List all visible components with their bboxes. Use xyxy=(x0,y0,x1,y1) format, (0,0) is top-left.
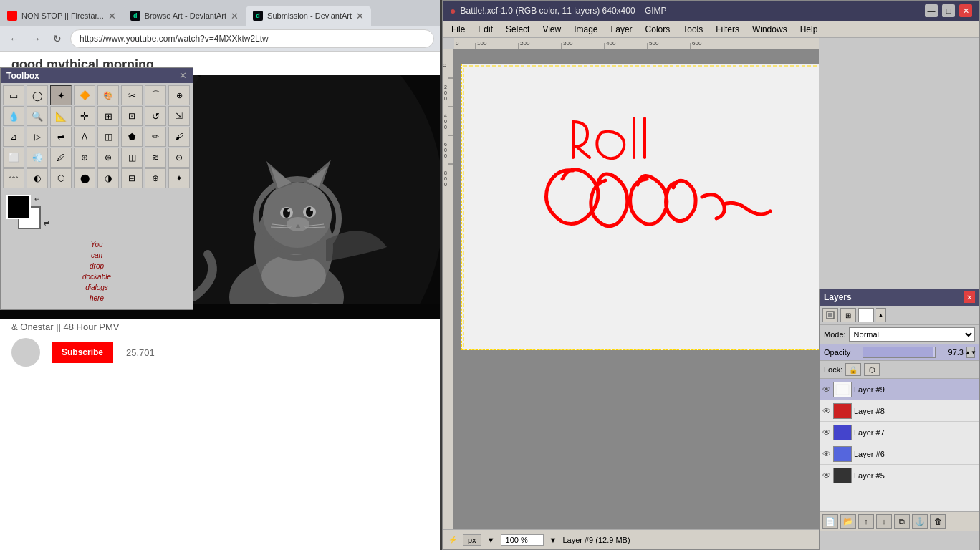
layers-mode-dropdown[interactable]: Normal xyxy=(849,327,975,342)
tool-color-select[interactable]: 🎨 xyxy=(97,85,119,105)
tool-extra5[interactable]: ⊟ xyxy=(121,168,143,188)
tool-rotate[interactable]: ↺ xyxy=(145,106,166,126)
layer6-visibility[interactable]: 👁 xyxy=(822,449,831,459)
anchor-layer-button[interactable]: ⚓ xyxy=(912,514,928,529)
layers-list[interactable]: 👁 Layer #9 👁 Layer #8 👁 Layer #7 👁 xyxy=(820,379,979,511)
menu-tools[interactable]: Tools xyxy=(677,23,708,36)
layers-icon-3[interactable] xyxy=(858,308,874,322)
refresh-button[interactable]: ↻ xyxy=(49,30,66,47)
layer9-visibility[interactable]: 👁 xyxy=(822,385,831,395)
tool-extra6[interactable]: ⊕ xyxy=(145,168,166,188)
layer8-visibility[interactable]: 👁 xyxy=(822,406,831,416)
status-unit[interactable]: px xyxy=(463,534,481,546)
new-layer-button[interactable]: 📄 xyxy=(822,514,838,529)
tool-extra3[interactable]: ⬤ xyxy=(74,168,95,188)
toolbox-close-button[interactable]: ✕ xyxy=(179,70,187,81)
tool-colorpick[interactable]: 💧 xyxy=(3,106,24,126)
tool-rect-select[interactable]: ▭ xyxy=(3,85,24,105)
tool-paths[interactable]: ⌒ xyxy=(145,85,166,105)
address-bar[interactable]: https://www.youtube.com/watch?v=4MXXktw2… xyxy=(70,29,434,48)
layer-item-6[interactable]: 👁 Layer #6 xyxy=(820,443,979,465)
menu-select[interactable]: Select xyxy=(500,23,535,36)
tool-zoom[interactable]: 🔍 xyxy=(27,106,48,126)
tool-align[interactable]: ⊞ xyxy=(97,106,119,126)
lower-layer-button[interactable]: ↓ xyxy=(876,514,892,529)
tool-persp-clone[interactable]: ◫ xyxy=(121,148,143,168)
layers-close-button[interactable]: ✕ xyxy=(964,291,975,303)
tool-ink[interactable]: 🖊 xyxy=(50,148,72,168)
menu-edit[interactable]: Edit xyxy=(472,23,499,36)
tab-submission[interactable]: d Submission - DeviantArt ✕ xyxy=(246,6,371,26)
lock-alpha-btn[interactable]: ⬡ xyxy=(864,363,880,376)
tool-fuzzy-select[interactable]: 🔶 xyxy=(74,85,95,105)
gimp-maximize-button[interactable]: □ xyxy=(942,4,955,17)
layers-scroll-up[interactable]: ▲ xyxy=(876,308,886,322)
tool-extra4[interactable]: ◑ xyxy=(97,168,119,188)
subscribe-button[interactable]: Subscribe xyxy=(52,342,113,363)
tool-blend[interactable]: ◫ xyxy=(97,127,119,147)
open-layer-button[interactable]: 📂 xyxy=(840,514,856,529)
tab-youtube[interactable]: NON STOP || Firestar... ✕ xyxy=(0,6,123,26)
layers-icon-1[interactable] xyxy=(822,308,838,322)
fg-color-swatch[interactable] xyxy=(6,195,31,219)
tool-free-select[interactable]: ✦ xyxy=(50,85,72,105)
tool-shear[interactable]: ⊿ xyxy=(3,127,24,147)
menu-windows[interactable]: Windows xyxy=(746,23,793,36)
tool-paintbrush[interactable]: 🖌 xyxy=(168,127,190,147)
opacity-slider[interactable] xyxy=(863,347,936,358)
tool-pencil[interactable]: ✏ xyxy=(145,127,166,147)
tab-browse-art-close[interactable]: ✕ xyxy=(231,11,239,21)
menu-colors[interactable]: Colors xyxy=(640,23,676,36)
delete-layer-button[interactable]: 🗑 xyxy=(930,514,946,529)
tool-bucket[interactable]: ⬟ xyxy=(121,127,143,147)
tab-browse-art[interactable]: d Browse Art - DeviantArt ✕ xyxy=(123,6,246,26)
tool-eraser[interactable]: ⬜ xyxy=(3,148,24,168)
tool-extra7[interactable]: ✦ xyxy=(168,168,190,188)
menu-view[interactable]: View xyxy=(537,23,567,36)
raise-layer-button[interactable]: ↑ xyxy=(858,514,874,529)
layer5-visibility[interactable]: 👁 xyxy=(822,471,831,481)
menu-image[interactable]: Image xyxy=(568,23,603,36)
tool-colorerase[interactable]: ⊕ xyxy=(168,85,190,105)
tool-smudge[interactable]: 〰 xyxy=(3,168,24,188)
layer7-visibility[interactable]: 👁 xyxy=(822,428,831,438)
gimp-minimize-button[interactable]: — xyxy=(925,4,938,17)
tool-airbrush[interactable]: 💨 xyxy=(27,148,48,168)
tab-submission-close[interactable]: ✕ xyxy=(356,11,364,21)
gimp-close-button[interactable]: ✕ xyxy=(959,4,972,17)
layer-item-9[interactable]: 👁 Layer #9 xyxy=(820,379,979,400)
swap-colors-icon[interactable]: ⇄ xyxy=(44,219,54,229)
opacity-spin[interactable]: ▲▼ xyxy=(966,347,975,358)
tool-move[interactable]: ✛ xyxy=(74,106,95,126)
menu-layer[interactable]: Layer xyxy=(605,23,638,36)
tool-blur[interactable]: ≋ xyxy=(145,148,166,168)
forward-button[interactable]: → xyxy=(27,30,44,47)
menu-help[interactable]: Help xyxy=(794,23,824,36)
reset-colors-icon[interactable]: ↩ xyxy=(34,195,41,203)
tool-perspective[interactable]: ▷ xyxy=(27,127,48,147)
tool-ellipse-select[interactable]: ◯ xyxy=(27,85,48,105)
menu-file[interactable]: File xyxy=(446,23,471,36)
tab-youtube-close[interactable]: ✕ xyxy=(108,11,116,21)
tool-extra2[interactable]: ⬡ xyxy=(50,168,72,188)
tool-scissors[interactable]: ✂ xyxy=(121,85,143,105)
menu-filters[interactable]: Filters xyxy=(710,23,745,36)
tool-scale[interactable]: ⇲ xyxy=(168,106,190,126)
layer-item-5[interactable]: 👁 Layer #5 xyxy=(820,465,979,486)
status-zoom[interactable]: 100 % xyxy=(501,534,544,546)
lock-pixels-btn[interactable]: 🔒 xyxy=(845,363,861,376)
tool-text[interactable]: A xyxy=(74,127,95,147)
tool-heal[interactable]: ⊛ xyxy=(97,148,119,168)
tool-extra1[interactable]: ◐ xyxy=(27,168,48,188)
layer-item-7[interactable]: 👁 Layer #7 xyxy=(820,422,979,443)
back-button[interactable]: ← xyxy=(6,30,23,47)
tool-flip[interactable]: ⇌ xyxy=(50,127,72,147)
tool-dodge[interactable]: ⊙ xyxy=(168,148,190,168)
duplicate-layer-button[interactable]: ⧉ xyxy=(894,514,910,529)
layer-item-8[interactable]: 👁 Layer #8 xyxy=(820,400,979,422)
tool-clone[interactable]: ⊕ xyxy=(74,148,95,168)
gimp-canvas-area[interactable] xyxy=(454,49,819,529)
tool-crop[interactable]: ⊡ xyxy=(121,106,143,126)
layers-icon-2[interactable]: ⊞ xyxy=(840,308,856,322)
tool-measure[interactable]: 📐 xyxy=(50,106,72,126)
